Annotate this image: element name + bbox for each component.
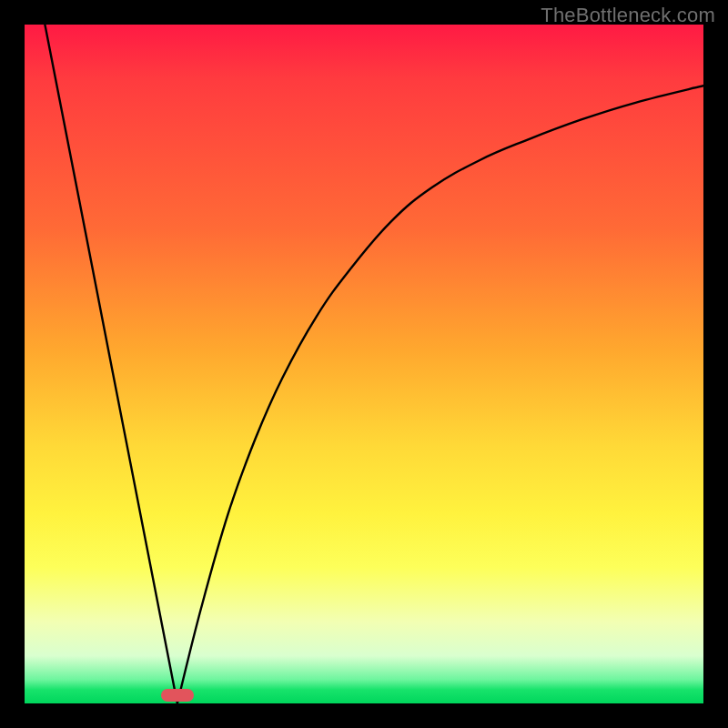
chart-frame: TheBottleneck.com [0,0,728,728]
bottleneck-curve [25,25,703,703]
watermark-text: TheBottleneck.com [541,4,715,27]
minimum-marker [161,689,194,702]
plot-area [25,25,703,703]
curve-path [45,25,703,703]
